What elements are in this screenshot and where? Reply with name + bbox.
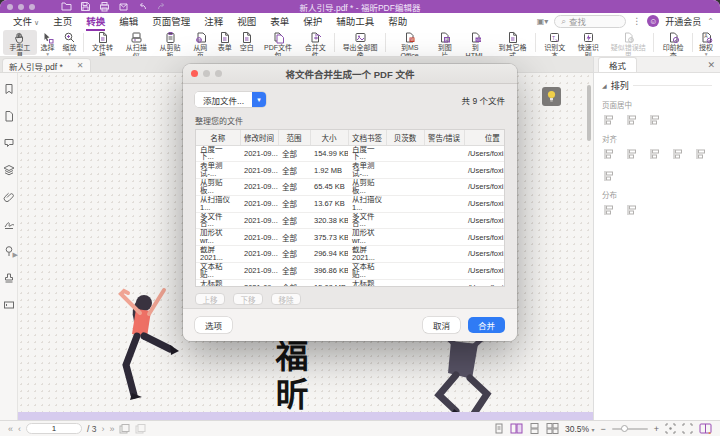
column-header[interactable]: 修改时间: [240, 130, 278, 145]
search-input[interactable]: ⌕ 查找: [554, 15, 626, 28]
dialog-close-button[interactable]: [191, 70, 198, 77]
menu-item-file[interactable]: 文件∨: [6, 12, 46, 30]
table-row[interactable]: 多文件合...2021-09...全部320.38 KB多文件合.../User…: [196, 212, 505, 229]
close-window-button[interactable]: [7, 4, 13, 10]
distribute-vertical-icon[interactable]: [625, 203, 639, 216]
account-avatar[interactable]: ☺: [647, 15, 659, 27]
upgrade-member-button[interactable]: 开通会员: [665, 15, 701, 28]
next-page-icon[interactable]: ›: [101, 424, 104, 434]
arrange-section-header[interactable]: ◢ 排列: [602, 79, 712, 92]
tool-authorize[interactable]: A授权▾: [695, 30, 717, 55]
table-row[interactable]: 表单测试-...2021-09...全部1.92 MB表单测试-.../User…: [196, 162, 505, 179]
tool-to-image[interactable]: 到图片▾: [431, 30, 458, 55]
undo-icon[interactable]: [137, 1, 148, 12]
bookmarks-icon[interactable]: [3, 81, 15, 99]
document-tab[interactable]: 新人引导.pdf * ✕: [2, 58, 91, 72]
remove-button[interactable]: 移除: [271, 293, 301, 305]
column-header[interactable]: 位置: [464, 130, 505, 145]
last-page-icon[interactable]: »: [109, 424, 114, 434]
zoom-level-dropdown[interactable]: 30.5% ▾: [565, 424, 595, 434]
fit-page-icon[interactable]: [682, 423, 693, 434]
cancel-button[interactable]: 取消: [423, 317, 460, 333]
table-row[interactable]: 文本粘贴...2021-09...全部396.86 KB文本粘贴.../User…: [196, 262, 505, 279]
tab-format[interactable]: 格式: [598, 57, 637, 72]
menu-item-convert[interactable]: 转换: [79, 12, 112, 30]
tool-from-clipboard[interactable]: 从剪贴板: [153, 30, 187, 55]
column-header[interactable]: 名称: [196, 130, 240, 145]
close-panel-icon[interactable]: ✕: [707, 60, 715, 70]
center-vertical-icon[interactable]: [625, 113, 639, 126]
column-header[interactable]: 文档书签: [348, 130, 386, 145]
add-files-dropdown-icon[interactable]: ▼: [252, 92, 266, 107]
save-icon[interactable]: [80, 1, 91, 12]
print-icon[interactable]: [99, 1, 110, 12]
close-tab-icon[interactable]: ✕: [77, 61, 84, 70]
dialog-minimize-button[interactable]: [203, 70, 210, 77]
tool-to-ms-office[interactable]: W到MS Office▾: [388, 30, 431, 55]
align-middle-icon[interactable]: [694, 147, 708, 160]
menu-item-page-manage[interactable]: 页面管理: [145, 12, 197, 30]
facing-pages-view-icon[interactable]: [510, 423, 523, 434]
tool-blank-page[interactable]: 空白: [236, 30, 258, 55]
align-right-icon[interactable]: [648, 147, 662, 160]
menu-item-comment[interactable]: 注释: [197, 12, 230, 30]
menu-item-help[interactable]: 帮助: [381, 12, 414, 30]
tool-preflight[interactable]: 印前检查: [656, 30, 690, 55]
tool-zoom-tool[interactable]: 缩放▾: [59, 30, 81, 55]
table-row[interactable]: 截屏2021...2021-09...全部296.94 KB截屏2021.../…: [196, 246, 505, 263]
first-page-icon[interactable]: «: [8, 424, 13, 434]
move-up-button[interactable]: 上移: [195, 293, 225, 305]
options-button[interactable]: 选项: [195, 317, 232, 333]
tool-export-all-images[interactable]: 导出全部图像: [337, 30, 383, 55]
merge-button[interactable]: 合并: [468, 317, 505, 333]
maximize-window-button[interactable]: [29, 4, 35, 10]
align-center-icon[interactable]: [625, 147, 639, 160]
reading-mode-icon[interactable]: [699, 423, 712, 434]
table-row[interactable]: 从剪贴板...2021-09...全部65.45 KB从剪贴板.../Users…: [196, 179, 505, 196]
center-horizontal-icon[interactable]: [602, 113, 616, 126]
vertical-scrollbar[interactable]: [587, 85, 591, 141]
more-options-icon[interactable]: ⋮: [632, 16, 641, 26]
tool-recognize-text[interactable]: T识别文本▾: [538, 30, 572, 55]
tool-select-tool[interactable]: 选择▾: [37, 30, 59, 55]
zoom-slider[interactable]: [612, 428, 648, 430]
tool-hand-tool[interactable]: 手型工具: [3, 30, 37, 55]
continuous-facing-view-icon[interactable]: [546, 423, 559, 434]
center-both-icon[interactable]: [648, 113, 662, 126]
column-header[interactable]: 大小: [310, 130, 348, 145]
dialog-maximize-button[interactable]: [215, 70, 222, 77]
redo-icon[interactable]: [156, 1, 167, 12]
column-header[interactable]: 贝茨数: [386, 130, 424, 145]
continuous-view-icon[interactable]: [529, 423, 540, 434]
stamps-icon[interactable]: [3, 270, 15, 288]
fit-width-icon[interactable]: [665, 423, 676, 434]
minimize-window-button[interactable]: [18, 4, 24, 10]
table-row[interactable]: 百度一下...2021-09...全部154.99 KB百度一下.../User…: [196, 145, 505, 162]
tool-pdf-portfolio[interactable]: PDF文件包▾: [258, 30, 299, 55]
zoom-in-icon[interactable]: +: [654, 424, 659, 434]
table-row[interactable]: 加形状wr...2021-09...全部375.73 KB加形状wr.../Us…: [196, 229, 505, 246]
menu-item-form[interactable]: 表单: [263, 12, 296, 30]
tip-lightbulb-button[interactable]: [542, 87, 561, 106]
column-header[interactable]: 范围: [278, 130, 310, 145]
table-row[interactable]: 从扫描仪 1...2021-09...全部13.67 KB从扫描仪 1.../U…: [196, 195, 505, 212]
tool-combine-files[interactable]: 合并文件: [298, 30, 332, 55]
share-icon[interactable]: [118, 1, 129, 12]
single-page-view-icon[interactable]: [494, 423, 504, 434]
comments-icon[interactable]: [3, 135, 15, 153]
page-number-input[interactable]: 1: [26, 423, 82, 434]
menu-item-accessibility[interactable]: 辅助工具: [329, 12, 381, 30]
attachments-icon[interactable]: [3, 189, 15, 207]
distribute-horizontal-icon[interactable]: [602, 203, 616, 216]
tool-file-convert[interactable]: 文件转换▾: [86, 30, 120, 55]
zoom-out-icon[interactable]: −: [600, 424, 605, 434]
tool-to-other-formats[interactable]: 到其它格式▾: [492, 30, 533, 55]
table-row[interactable]: 无标题5_...2021-09...全部15.08 MB无标题5_.../Use…: [196, 279, 505, 287]
column-header[interactable]: 警告/错误: [424, 130, 464, 145]
layers-icon[interactable]: [3, 162, 15, 180]
align-top-icon[interactable]: [671, 147, 685, 160]
menu-item-protect[interactable]: 保护: [296, 12, 329, 30]
prev-page-icon[interactable]: ‹: [18, 424, 21, 434]
tool-quick-recognize[interactable]: 快速识别: [572, 30, 606, 55]
tool-to-html[interactable]: </>到 HTML: [458, 30, 492, 55]
